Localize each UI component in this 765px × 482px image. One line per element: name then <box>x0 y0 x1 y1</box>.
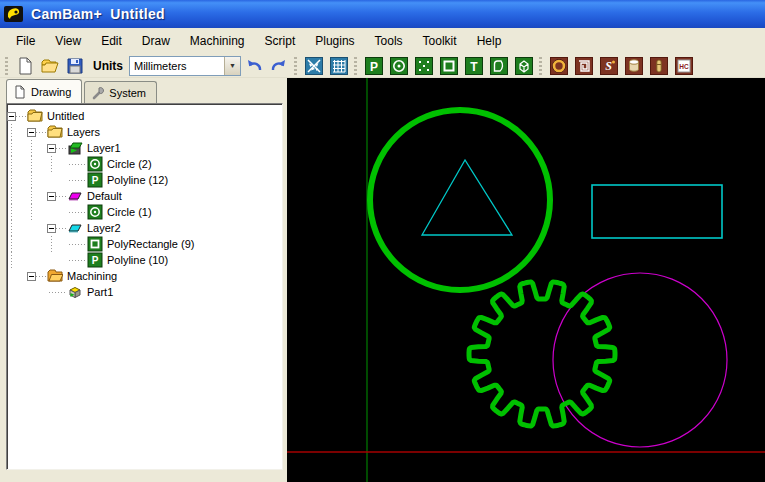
menu-tools[interactable]: Tools <box>365 31 413 51</box>
open-folder-button[interactable] <box>38 55 61 77</box>
window-title: CamBam+ Untitled <box>31 6 165 22</box>
tree-indent <box>27 204 47 220</box>
pocket-button[interactable] <box>572 55 595 77</box>
arc-button[interactable] <box>487 55 510 77</box>
tree-indent <box>27 140 47 156</box>
new-file-button[interactable] <box>13 55 36 77</box>
lathe-icon <box>649 56 669 76</box>
drawing-canvas[interactable] <box>287 78 765 482</box>
tree-expander-cell <box>47 140 67 156</box>
tab-label: Drawing <box>31 86 71 98</box>
green-circle[interactable] <box>370 110 550 290</box>
collapse-toggle-icon[interactable] <box>27 272 36 281</box>
undo-button[interactable] <box>242 55 265 77</box>
collapse-toggle-icon[interactable] <box>47 144 56 153</box>
tree-item-circle-1[interactable]: Circle (1) <box>7 204 282 220</box>
menu-help[interactable]: Help <box>467 31 512 51</box>
tree-item-part1[interactable]: Part1 <box>7 284 282 300</box>
menu-draw[interactable]: Draw <box>132 31 180 51</box>
tree-item-default[interactable]: Default <box>7 188 282 204</box>
tree-indent <box>7 268 27 284</box>
canvas-surface[interactable] <box>287 78 765 482</box>
circle-button[interactable] <box>387 55 410 77</box>
menu-machining[interactable]: Machining <box>180 31 255 51</box>
cyan-rectangle[interactable] <box>592 185 722 238</box>
tree-item-layer2[interactable]: Layer2 <box>7 220 282 236</box>
folder-open-orange-icon <box>47 268 63 284</box>
tree-item-polyrectangle-9[interactable]: PolyRectangle (9) <box>7 236 282 252</box>
tree-item-polyline-10[interactable]: PPolyline (10) <box>7 252 282 268</box>
polyline-button[interactable]: P <box>362 55 385 77</box>
text-button[interactable]: T <box>462 55 485 77</box>
tree-indent <box>27 284 47 300</box>
tree-item-layer1[interactable]: Layer1 <box>7 140 282 156</box>
gcode-button[interactable]: HC <box>672 55 695 77</box>
tab-system[interactable]: System <box>84 81 157 103</box>
tree-indent <box>7 156 27 172</box>
tree-expander-cell <box>27 124 47 140</box>
zoom-extents-button[interactable] <box>302 55 325 77</box>
tree-connector <box>67 156 87 172</box>
drill-button[interactable] <box>622 55 645 77</box>
units-dropdown-button[interactable]: ▼ <box>224 57 240 75</box>
tree-item-label: Layers <box>67 126 100 138</box>
menu-script[interactable]: Script <box>255 31 306 51</box>
collapse-toggle-icon[interactable] <box>47 192 56 201</box>
collapse-toggle-icon[interactable] <box>27 128 36 137</box>
app-window: CamBam+ Untitled FileViewEditDrawMachini… <box>0 0 765 482</box>
chevron-down-icon: ▼ <box>229 62 236 69</box>
cyan-triangle[interactable] <box>422 160 512 235</box>
toolbar-grip[interactable] <box>294 57 297 75</box>
tree-item-polyline-12[interactable]: PPolyline (12) <box>7 172 282 188</box>
tree-connector <box>56 196 67 197</box>
toolbar-grip[interactable] <box>5 57 8 75</box>
save-button[interactable] <box>63 55 86 77</box>
menu-file[interactable]: File <box>6 31 45 51</box>
tree-item-label: Circle (2) <box>107 158 152 170</box>
page-icon <box>13 85 27 99</box>
menu-toolkit[interactable]: Toolkit <box>413 31 467 51</box>
drawing-tree[interactable]: UntitledLayersLayer1Circle (2)PPolyline … <box>6 103 283 470</box>
tree-item-circle-2[interactable]: Circle (2) <box>7 156 282 172</box>
tree-indent <box>7 284 27 300</box>
tree-connector <box>67 236 87 252</box>
menu-edit[interactable]: Edit <box>91 31 132 51</box>
units-combobox[interactable]: Millimeters▼ <box>129 56 241 76</box>
collapse-toggle-icon[interactable] <box>47 224 56 233</box>
title-bar[interactable]: CamBam+ Untitled <box>0 0 765 28</box>
collapse-toggle-icon[interactable] <box>7 112 16 121</box>
redo-button[interactable] <box>267 55 290 77</box>
points-button[interactable] <box>412 55 435 77</box>
rectangle-button[interactable] <box>437 55 460 77</box>
part-cube-icon <box>67 284 83 300</box>
surface-button[interactable] <box>512 55 535 77</box>
tree-item-machining[interactable]: Machining <box>7 268 282 284</box>
tree-indent <box>7 188 27 204</box>
green-gear[interactable] <box>469 282 615 426</box>
tree-connector <box>16 116 27 117</box>
tree-item-untitled[interactable]: Untitled <box>7 108 282 124</box>
points-icon <box>414 56 434 76</box>
tree-item-label: Polyline (10) <box>107 254 168 266</box>
toolbar-grip[interactable] <box>539 57 542 75</box>
grid-button[interactable] <box>327 55 350 77</box>
menu-plugins[interactable]: Plugins <box>305 31 364 51</box>
profile-icon <box>549 56 569 76</box>
profile-button[interactable] <box>547 55 570 77</box>
tab-drawing[interactable]: Drawing <box>6 79 82 103</box>
tree-item-label: Circle (1) <box>107 206 152 218</box>
undo-icon <box>244 56 264 76</box>
menu-view[interactable]: View <box>45 31 91 51</box>
engrave-button[interactable]: S <box>597 55 620 77</box>
arc-icon <box>489 56 509 76</box>
tree-indent <box>7 236 27 252</box>
toolbar-grip[interactable] <box>354 57 357 75</box>
tree-item-label: Machining <box>67 270 117 282</box>
lathe-button[interactable] <box>647 55 670 77</box>
save-icon <box>65 56 85 76</box>
tree-indent <box>7 204 27 220</box>
units-label: Units <box>93 59 123 73</box>
app-logo-icon <box>4 4 26 24</box>
tree-expander-cell <box>27 268 47 284</box>
tree-item-layers[interactable]: Layers <box>7 124 282 140</box>
